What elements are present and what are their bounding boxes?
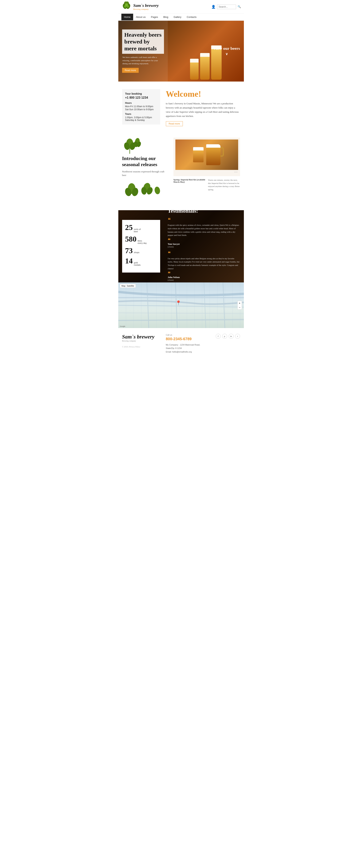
stat-sorts-label1: sorts of bbox=[134, 228, 141, 230]
down-arrow-icon: ∨ bbox=[213, 52, 240, 56]
stat-medals-label1: gold bbox=[134, 261, 141, 264]
testimonial-1-author: Tom Sawyer bbox=[168, 243, 240, 246]
seasonal-right: • • • Spring: Imperial Red Ale (availabl… bbox=[173, 137, 240, 191]
testimonial-2: ❝ I'm very picky about tripels and other… bbox=[168, 251, 240, 281]
tour-box: Tour booking +1 800 123 1234 Hours Mon-F… bbox=[122, 89, 160, 124]
hero-read-more-button[interactable]: Read more bbox=[122, 68, 139, 73]
stat-litres-label1: litres bbox=[138, 240, 147, 242]
stat-sorts: 25 sorts of beer bbox=[125, 224, 157, 232]
search-input[interactable] bbox=[217, 5, 236, 9]
stat-shops: 73 shops bbox=[125, 247, 157, 254]
beer-description: Warm one minute, stormy the next, this I… bbox=[208, 179, 240, 191]
pinterest-icon[interactable]: p bbox=[222, 334, 227, 339]
map-zoom-in[interactable]: + bbox=[238, 301, 242, 305]
hero-section: Heavenly beers brewed by mere mortals We… bbox=[118, 21, 244, 82]
map-type-controls[interactable]: Map Satellite bbox=[120, 284, 136, 288]
brand-name: Sam`s brewery bbox=[133, 3, 159, 8]
footer-phone: 800-2345-6789 bbox=[166, 337, 210, 341]
hero-visual: View our beers ∨ bbox=[168, 21, 244, 82]
call-label: Call us bbox=[166, 334, 210, 336]
testimonials-heading: Testimonials: bbox=[168, 210, 240, 214]
nav-blog[interactable]: Blog bbox=[161, 14, 171, 20]
stat-medals-number: 14 bbox=[125, 257, 133, 265]
brand-tagline: Brewing company bbox=[133, 8, 159, 10]
map-background: 📍 Map Satellite + − Google bbox=[118, 282, 244, 328]
svg-line-36 bbox=[118, 319, 244, 320]
testimonials-section: 25 sorts of beer 580 litres every day 73… bbox=[118, 210, 244, 282]
beer-glass-medium bbox=[200, 53, 210, 80]
testimonial-1: ❝ Fragrant with the spicy aromas of clov… bbox=[168, 218, 240, 248]
user-icon[interactable]: 👤 bbox=[211, 5, 216, 9]
seasonal-left: Introducing our seasonal releases Northw… bbox=[122, 137, 168, 203]
footer-address-line1: My Company - 1234 Mainroad Road, bbox=[166, 343, 210, 347]
testimonial-1-text: Fragrant with the spicy aromas of clove,… bbox=[168, 223, 240, 237]
svg-point-4 bbox=[124, 5, 126, 8]
svg-line-35 bbox=[118, 313, 244, 314]
nav-about[interactable]: About us bbox=[133, 14, 148, 20]
footer-address-line2: State/Zip: 8 1234 bbox=[166, 346, 210, 350]
beer-mug-large bbox=[206, 144, 220, 165]
hero-title: Heavenly beers brewed by mere mortals bbox=[122, 29, 164, 54]
map-zoom-controls[interactable]: + − bbox=[238, 301, 242, 310]
welcome-section: Tour booking +1 800 123 1234 Hours Mon-F… bbox=[118, 82, 244, 134]
nav-pages[interactable]: Pages bbox=[148, 14, 161, 20]
hours-weekend: Sat-Sun 10:00am to 9:00pm bbox=[125, 108, 157, 111]
nav-gallery[interactable]: Gallery bbox=[171, 14, 184, 20]
hero-description: We brew authentic craft beers and offer … bbox=[122, 56, 164, 65]
footer-brand: Sam`s brewery bbox=[122, 334, 160, 340]
quote-close-icon: ❝ bbox=[168, 238, 171, 242]
footer: Sam`s brewery Brewing company © 2018 | P… bbox=[118, 328, 244, 360]
welcome-read-more-button[interactable]: Read more bbox=[166, 121, 183, 126]
beer-carousel: • • • bbox=[173, 137, 240, 176]
hops-bottom-icon bbox=[122, 181, 162, 202]
svg-line-37 bbox=[147, 282, 149, 328]
testimonials-content: Testimonials: ❝ Fragrant with the spicy … bbox=[164, 210, 244, 282]
stat-sorts-label2: beer bbox=[134, 230, 141, 232]
beer-glass-small bbox=[190, 59, 199, 80]
quote-open-2-icon: ❝ bbox=[168, 250, 171, 256]
map-attribution: Google bbox=[120, 326, 126, 327]
footer-email: Email: hello@emailhello.org bbox=[166, 350, 210, 354]
map-type-map[interactable]: Map bbox=[121, 285, 126, 287]
tours-title: Tours bbox=[125, 113, 157, 115]
twitter-icon[interactable]: t bbox=[235, 334, 240, 339]
nav-contacts[interactable]: Contacts bbox=[184, 14, 199, 20]
hops-top-icon bbox=[122, 137, 147, 155]
tours-time: 1:00pm, 3:00pm & 5:00pm bbox=[125, 116, 157, 119]
hero-content: Heavenly beers brewed by mere mortals We… bbox=[118, 21, 168, 82]
search-icon[interactable]: 🔍 bbox=[238, 5, 241, 8]
tour-title: Tour booking bbox=[125, 92, 157, 95]
footer-social-icons: f p in t bbox=[216, 334, 240, 339]
map-section: 📍 Map Satellite + − Google bbox=[118, 282, 244, 328]
logo-hops-icon bbox=[121, 2, 132, 12]
testimonial-2-author: John Nelson bbox=[168, 276, 240, 279]
svg-point-31 bbox=[154, 186, 161, 195]
stat-shops-number: 73 bbox=[125, 247, 133, 254]
beer-name: Spring: Imperial Red Ale (available Marc… bbox=[173, 179, 205, 191]
stat-medals-label2: medals bbox=[134, 264, 141, 266]
tours-days: Saturday & Sunday bbox=[125, 119, 157, 121]
svg-line-39 bbox=[204, 282, 206, 328]
hours-title: Hours bbox=[125, 102, 157, 104]
footer-social-area: f p in t bbox=[216, 334, 240, 342]
beer-info: Spring: Imperial Red Ale (available Marc… bbox=[173, 179, 240, 191]
stat-shops-label: shops bbox=[134, 251, 139, 253]
stat-litres-number: 580 bbox=[125, 235, 137, 243]
view-beers-text: View our beers bbox=[213, 46, 240, 51]
facebook-icon[interactable]: f bbox=[216, 334, 221, 339]
footer-contact: Call us 800-2345-6789 My Company - 1234 … bbox=[166, 334, 210, 354]
header-actions: 👤 🔍 bbox=[211, 5, 241, 9]
map-type-satellite[interactable]: Satellite bbox=[127, 285, 134, 287]
stat-litres: 580 litres every day bbox=[125, 235, 157, 244]
seasonal-subtitle: Northwest seasons expressed through craf… bbox=[122, 170, 168, 177]
linkedin-icon[interactable]: in bbox=[229, 334, 233, 339]
svg-line-40 bbox=[223, 282, 225, 328]
view-beers-cta[interactable]: View our beers ∨ bbox=[213, 46, 240, 56]
welcome-text: to Sam`s brewery in Grand Marais, Minnes… bbox=[166, 101, 240, 118]
map-zoom-out[interactable]: − bbox=[238, 305, 242, 309]
nav-home[interactable]: Home bbox=[121, 14, 133, 20]
hours-weekday: Mon-Fri 11:00am to 9:00pm bbox=[125, 105, 157, 108]
seasonal-title: Introducing our seasonal releases bbox=[122, 155, 168, 167]
footer-copyright: © 2018 | Privacy Policy bbox=[122, 346, 160, 348]
carousel-dots[interactable]: • • • bbox=[175, 170, 238, 174]
